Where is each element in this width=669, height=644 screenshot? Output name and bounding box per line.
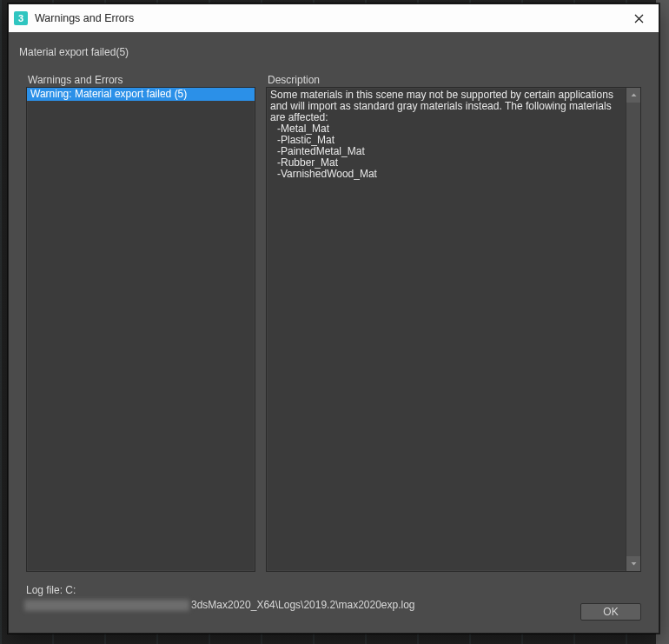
- chevron-down-icon: [631, 561, 637, 567]
- log-file-row: Log file: C:: [26, 584, 641, 596]
- ok-button[interactable]: OK: [580, 603, 641, 621]
- panels-row: Warnings and Errors Warning: Material ex…: [17, 74, 650, 572]
- scroll-down-button[interactable]: [626, 556, 640, 571]
- dialog-footer: Log file: C: 3dsMax2020_X64\Logs\2019.2\…: [17, 584, 650, 624]
- titlebar: 3 Warnings and Errors: [9, 4, 659, 32]
- affected-material: -VarnishedWood_Mat: [270, 169, 622, 180]
- description-content: Some materials in this scene may not be …: [267, 88, 626, 571]
- warnings-listbox[interactable]: Warning: Material export failed (5): [26, 87, 255, 572]
- warnings-errors-dialog: 3 Warnings and Errors Material export fa…: [8, 3, 659, 634]
- subtitle-text: Material export failed(5): [17, 46, 650, 58]
- redacted-path-segment: [24, 600, 189, 611]
- dialog-body: Material export failed(5) Warnings and E…: [9, 32, 659, 633]
- log-file-label: Log file: C:: [26, 584, 76, 596]
- warnings-panel: Warnings and Errors Warning: Material ex…: [26, 74, 255, 572]
- chevron-up-icon: [631, 92, 637, 98]
- description-intro: Some materials in this scene may not be …: [270, 90, 622, 123]
- warnings-panel-label: Warnings and Errors: [26, 74, 255, 86]
- warnings-list-item[interactable]: Warning: Material export failed (5): [27, 88, 255, 101]
- close-icon: [634, 14, 644, 23]
- description-scrollbar[interactable]: [626, 88, 640, 571]
- description-panel-label: Description: [266, 74, 641, 86]
- scroll-up-button[interactable]: [626, 88, 640, 103]
- window-title: Warnings and Errors: [35, 12, 619, 24]
- description-textbox[interactable]: Some materials in this scene may not be …: [266, 87, 641, 572]
- description-panel: Description Some materials in this scene…: [266, 74, 641, 572]
- app-icon: 3: [14, 11, 28, 25]
- close-button[interactable]: [619, 4, 659, 32]
